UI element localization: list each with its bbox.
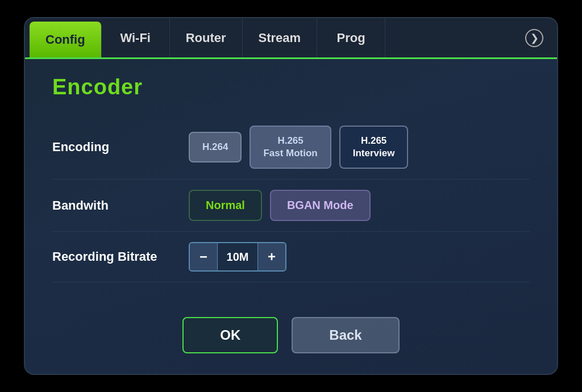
bitrate-control: − 10M + (189, 242, 286, 272)
tab-wifi[interactable]: Wi-Fi (102, 18, 170, 57)
tab-prog[interactable]: Prog (317, 18, 385, 57)
content-area: Encoder Encoding H.264 H.265 Fast Motion… (25, 59, 557, 374)
chevron-right-icon: ❯ (525, 29, 543, 47)
encoding-label: Encoding (52, 140, 189, 155)
tab-router[interactable]: Router (170, 18, 243, 57)
ok-button[interactable]: OK (182, 317, 278, 353)
main-screen: Config Wi-Fi Router Stream Prog ❯ Encode… (24, 17, 558, 375)
bandwidth-row: Bandwith Normal BGAN Mode (52, 180, 530, 232)
encoding-h264-button[interactable]: H.264 (189, 132, 242, 162)
bandwidth-controls: Normal BGAN Mode (189, 190, 371, 221)
tab-stream[interactable]: Stream (243, 18, 318, 57)
bitrate-value: 10M (217, 243, 258, 270)
settings-area: Encoding H.264 H.265 Fast Motion H.265 I… (52, 115, 530, 282)
recording-bitrate-controls: − 10M + (189, 242, 286, 272)
recording-bitrate-row: Recording Bitrate − 10M + (52, 232, 530, 282)
back-button[interactable]: Back (292, 317, 399, 353)
section-title: Encoder (52, 75, 530, 99)
bottom-actions: OK Back (52, 306, 530, 358)
bandwidth-normal-button[interactable]: Normal (189, 190, 262, 221)
tab-bar: Config Wi-Fi Router Stream Prog ❯ (25, 18, 557, 59)
encoding-controls: H.264 H.265 Fast Motion H.265 Interview (189, 126, 408, 169)
bandwidth-bgan-button[interactable]: BGAN Mode (270, 190, 371, 221)
encoding-h265interview-button[interactable]: H.265 Interview (339, 126, 409, 169)
recording-bitrate-label: Recording Bitrate (52, 249, 189, 264)
bitrate-increase-button[interactable]: + (258, 243, 285, 270)
tab-config[interactable]: Config (30, 22, 102, 57)
tab-more-button[interactable]: ❯ (516, 18, 552, 57)
bitrate-decrease-button[interactable]: − (190, 243, 217, 270)
bandwidth-label: Bandwith (52, 198, 189, 213)
encoding-h265fast-button[interactable]: H.265 Fast Motion (250, 126, 331, 169)
encoding-row: Encoding H.264 H.265 Fast Motion H.265 I… (52, 115, 530, 180)
